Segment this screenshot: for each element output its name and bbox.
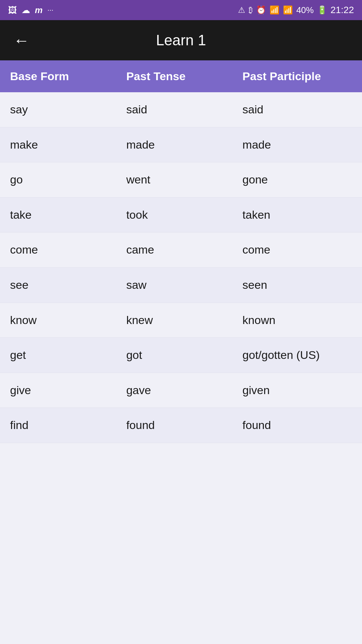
cell-past-tense: went [123,172,239,188]
table-row: comecamecome [0,232,362,268]
cell-past-tense: said [123,102,239,118]
alarm-icon: ⏰ [256,5,266,15]
table-row: getgotgot/gotten (US) [0,338,362,373]
header-past-tense: Past Tense [123,70,239,83]
table-row: taketooktaken [0,198,362,233]
cell-past-participle: known [239,312,355,328]
cell-base-form: make [7,137,123,153]
status-time: 21:22 [330,5,354,15]
cell-past-participle: come [239,242,355,258]
bluetooth-icon: ₿ [249,5,253,15]
back-arrow-icon: ← [13,32,29,49]
back-button[interactable]: ← [10,28,33,53]
cell-base-form: see [7,277,123,293]
table-row: seesawseen [0,268,362,303]
cell-base-form: know [7,312,123,328]
status-bar-right: ⚠ ₿ ⏰ 📶 📶 40% 🔋 21:22 [238,5,354,15]
table-row: knowknewknown [0,303,362,338]
cell-past-participle: found [239,417,355,433]
cell-past-tense: gave [123,382,239,398]
cell-past-tense: took [123,207,239,223]
cloud-icon: ☁ [21,5,30,15]
table-row: gowentgone [0,162,362,198]
cell-base-form: go [7,172,123,188]
cell-base-form: get [7,347,123,363]
table-body: saysaidsaidmakemademadegowentgonetaketoo… [0,92,362,443]
cell-past-participle: given [239,382,355,398]
table-row: saysaidsaid [0,92,362,127]
table-header: Base Form Past Tense Past Participle [0,60,362,92]
cell-past-participle: got/gotten (US) [239,347,355,363]
battery-icon: 🔋 [317,5,327,15]
battery-percent: 40% [296,5,314,15]
cell-past-participle: seen [239,277,355,293]
cell-past-participle: made [239,137,355,153]
table-row: findfoundfound [0,408,362,443]
cell-past-tense: made [123,137,239,153]
app-bar: ← Learn 1 [0,20,362,60]
image-icon: 🖼 [8,5,17,15]
cell-base-form: say [7,102,123,118]
status-bar-left: 🖼 ☁ m ··· [8,5,53,15]
status-bar: 🖼 ☁ m ··· ⚠ ₿ ⏰ 📶 📶 40% 🔋 21:22 [0,0,362,20]
cell-past-tense: got [123,347,239,363]
cell-past-tense: came [123,242,239,258]
cell-base-form: find [7,417,123,433]
wifi-icon: 📶 [269,5,280,15]
cell-base-form: give [7,382,123,398]
cell-past-tense: knew [123,312,239,328]
cell-past-participle: said [239,102,355,118]
cell-past-participle: gone [239,172,355,188]
table-row: makemademade [0,127,362,163]
cell-base-form: come [7,242,123,258]
header-base-form: Base Form [7,70,123,83]
more-icon: ··· [47,6,53,14]
app-title: Learn 1 [156,32,206,49]
m-icon: m [35,5,43,15]
cell-past-participle: taken [239,207,355,223]
header-past-participle: Past Participle [239,70,355,83]
cell-past-tense: found [123,417,239,433]
table-row: givegavegiven [0,373,362,408]
signal-icon: 📶 [283,5,293,15]
cell-past-tense: saw [123,277,239,293]
alert-icon: ⚠ [238,5,245,15]
cell-base-form: take [7,207,123,223]
